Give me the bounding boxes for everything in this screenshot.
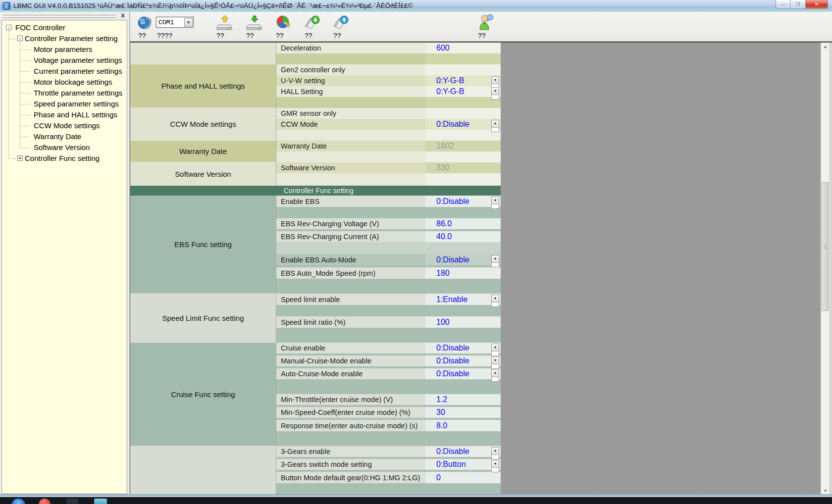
chevron-down-icon: ▼ bbox=[492, 448, 499, 455]
user-button[interactable]: ?? bbox=[477, 14, 495, 40]
spacer-row bbox=[276, 130, 501, 141]
parameter-value[interactable]: 0:Disable bbox=[425, 255, 469, 264]
taskbar-app-icon[interactable] bbox=[94, 499, 107, 504]
tree-item-controller-parameter-setting[interactable]: -Controller Parameter setting bbox=[2, 33, 127, 44]
close-button[interactable]: ✕ bbox=[805, 0, 828, 9]
parameter-value[interactable]: 0:Disable bbox=[425, 197, 469, 206]
tree-item-controller-func-setting[interactable]: +Controller Func setting bbox=[2, 153, 127, 164]
parameter-value-cell[interactable]: 30 bbox=[425, 407, 501, 418]
parameter-value[interactable]: 86.0 bbox=[425, 219, 452, 228]
value-dropdown-button[interactable]: ▼ bbox=[491, 369, 499, 382]
parameter-value[interactable]: 40.0 bbox=[425, 232, 452, 241]
sidebar-grip[interactable] bbox=[3, 14, 116, 19]
collapse-icon[interactable]: - bbox=[6, 25, 11, 30]
read-drive-button[interactable]: ?? bbox=[215, 14, 233, 40]
start-button[interactable] bbox=[11, 498, 26, 504]
minimize-button[interactable]: — bbox=[776, 0, 790, 9]
tree-item-motor-parameters[interactable]: Motor parameters bbox=[2, 44, 127, 55]
parameter-value[interactable]: 0:Button bbox=[425, 460, 466, 469]
parameter-label-cell: Deceleration bbox=[276, 43, 425, 53]
expand-icon[interactable]: + bbox=[17, 155, 23, 161]
tree-item-label: Warranty Date bbox=[34, 132, 81, 141]
parameter-value-cell[interactable]: 0:Disable▼ bbox=[425, 355, 501, 366]
sidebar-close-icon[interactable]: x bbox=[119, 12, 126, 19]
parameter-value-cell[interactable]: 0:Y-G-B▼ bbox=[425, 86, 501, 97]
parameter-value-cell[interactable]: 0:Disable▼ bbox=[425, 343, 501, 353]
value-dropdown-button[interactable]: ▼ bbox=[491, 87, 499, 100]
parameter-value[interactable]: 0:Y-G-B bbox=[425, 76, 464, 85]
value-dropdown-button[interactable]: ▼ bbox=[491, 460, 499, 472]
parameter-value[interactable]: 0 bbox=[425, 473, 441, 482]
parameter-value[interactable]: 30 bbox=[425, 408, 445, 417]
collapse-icon[interactable]: - bbox=[17, 36, 23, 41]
parameter-value-cell[interactable]: 600 bbox=[425, 43, 501, 53]
parameter-value[interactable]: 1:Enable bbox=[425, 295, 468, 304]
parameter-value-cell[interactable]: 0:Disable▼ bbox=[425, 446, 501, 457]
parameter-value-cell[interactable]: 0:Disable▼ bbox=[425, 368, 501, 379]
connect-button[interactable]: ?? bbox=[137, 14, 154, 40]
tree-item-speed-parameter-settings[interactable]: Speed parameter settings bbox=[2, 99, 127, 109]
com-port-value: COM1 bbox=[156, 19, 174, 26]
com-port-select[interactable]: COM1 ▼ ???? bbox=[156, 14, 194, 40]
parameter-value[interactable]: 100 bbox=[425, 318, 450, 327]
write-drive-button[interactable]: ?? bbox=[245, 14, 263, 40]
scrollbar-thumb[interactable] bbox=[822, 182, 829, 311]
parameter-value[interactable]: 8.0 bbox=[425, 421, 447, 430]
parameter-value-cell[interactable]: 0:Disable▼ bbox=[425, 254, 501, 265]
parameter-value-cell[interactable]: 8.0 bbox=[425, 420, 501, 431]
parameter-value[interactable]: 0:Disable bbox=[425, 356, 469, 365]
section-category-cell bbox=[130, 446, 276, 494]
parameter-value-cell[interactable]: 100 bbox=[425, 316, 501, 328]
value-dropdown-button[interactable]: ▼ bbox=[491, 120, 499, 132]
parameter-value-cell[interactable]: 86.0 bbox=[425, 218, 501, 229]
load-file-button[interactable]: ?? bbox=[332, 14, 350, 40]
com-port-combobox[interactable]: COM1 ▼ bbox=[156, 17, 194, 28]
tree-item-warranty-date[interactable]: Warranty Date bbox=[2, 131, 127, 142]
parameter-value-cell[interactable]: 40.0 bbox=[425, 231, 501, 242]
parameter-client-area: Deceleration600Phase and HALL settingsGe… bbox=[130, 42, 832, 494]
save-file-button[interactable]: ?? bbox=[304, 14, 321, 40]
tree-item-phase-and-hall-settings[interactable]: Phase and HALL settings bbox=[2, 109, 127, 120]
parameter-value-cell[interactable]: 1:Enable▼ bbox=[425, 294, 501, 305]
tree-item-ccw-mode-settings[interactable]: CCW Mode settings bbox=[2, 120, 127, 131]
sync-button[interactable]: ?? bbox=[275, 14, 292, 40]
parameter-label-cell: Cruise enable bbox=[276, 343, 425, 353]
value-dropdown-button[interactable]: ▼ bbox=[491, 255, 499, 267]
tree-item-voltage-parameter-settings[interactable]: Voltage parameter settings bbox=[2, 55, 127, 66]
taskbar-app-icon[interactable] bbox=[66, 499, 78, 504]
parameter-row: Auto-Cruise-Mode enable0:Disable▼ bbox=[276, 368, 501, 379]
taskbar-app-icon[interactable] bbox=[39, 499, 51, 504]
parameter-value[interactable]: 0:Disable bbox=[425, 344, 469, 353]
window-right-frame bbox=[829, 43, 832, 494]
parameter-value-cell[interactable]: 0:Disable▼ bbox=[425, 119, 501, 130]
value-dropdown-button[interactable]: ▼ bbox=[491, 356, 499, 369]
parameter-value-cell[interactable]: 180 bbox=[425, 267, 501, 279]
value-dropdown-button[interactable]: ▼ bbox=[491, 197, 499, 209]
parameter-value[interactable]: 0:Y-G-B bbox=[425, 87, 464, 96]
parameter-value[interactable]: 180 bbox=[425, 269, 450, 278]
parameter-value-cell[interactable]: 1.2 bbox=[425, 394, 501, 405]
value-dropdown-button[interactable]: ▼ bbox=[491, 344, 499, 356]
parameter-value[interactable]: 0:Disable bbox=[425, 369, 469, 378]
parameter-value-cell[interactable]: 0:Y-G-B▼ bbox=[425, 75, 501, 86]
tree-item-throttle-parameter-settings[interactable]: Throttle parameter settings bbox=[2, 88, 127, 99]
tree-item-motor-blockage-settings[interactable]: Motor blockage settings bbox=[2, 77, 127, 88]
connect-label: ?? bbox=[137, 32, 154, 40]
parameter-value-cell[interactable]: 0:Button▼ bbox=[425, 459, 501, 470]
parameter-value[interactable]: 1.2 bbox=[425, 395, 447, 404]
parameter-value[interactable]: 0:Disable bbox=[425, 120, 469, 129]
value-dropdown-button[interactable]: ▼ bbox=[491, 295, 499, 307]
vertical-scrollbar[interactable]: ▲ ▼ bbox=[821, 43, 829, 494]
tree-item-foc-controller[interactable]: -FOC Controller bbox=[2, 22, 127, 33]
value-dropdown-button[interactable]: ▼ bbox=[491, 447, 499, 459]
tree-item-current-parameter-settings[interactable]: Current parameter settings bbox=[2, 66, 127, 77]
maximize-button[interactable]: ❐ bbox=[790, 0, 805, 9]
scroll-down-icon[interactable]: ▼ bbox=[821, 487, 830, 494]
tree-item-software-version[interactable]: Software Version bbox=[2, 142, 127, 153]
parameter-value[interactable]: 600 bbox=[425, 44, 450, 52]
parameter-value[interactable]: 0:Disable bbox=[425, 447, 469, 456]
com-port-dropdown-icon[interactable]: ▼ bbox=[184, 18, 193, 27]
scroll-up-icon[interactable]: ▲ bbox=[821, 43, 830, 51]
parameter-value-cell[interactable]: 0 bbox=[425, 472, 501, 483]
parameter-value-cell[interactable]: 0:Disable▼ bbox=[425, 196, 501, 207]
